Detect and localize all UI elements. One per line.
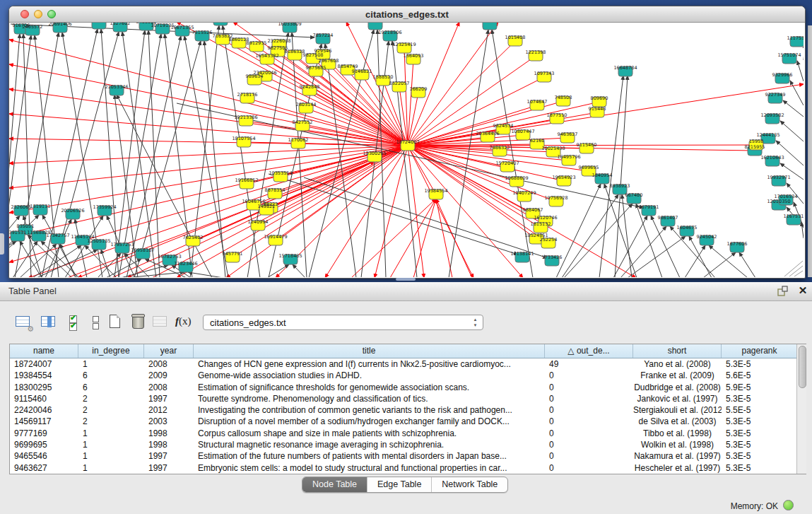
graph-node-label: 1877510	[547, 112, 567, 118]
table-vertical-scrollbar[interactable]	[796, 344, 806, 474]
table-cell: 1	[78, 428, 144, 439]
network-view-window[interactable]: citations_edges.txt 91670624055722069140…	[8, 6, 806, 279]
table-cell: 1	[78, 439, 144, 450]
graph-node-label: 9884067	[523, 207, 543, 213]
node-table[interactable]: namein_degreeyeartitle△ out_de...shortpa…	[9, 344, 806, 474]
column-header-out_de[interactable]: △ out_de...	[545, 344, 633, 358]
table-row[interactable]: 946554611997Estimation of the future num…	[10, 450, 806, 462]
scrollbar-thumb[interactable]	[799, 346, 806, 388]
close-panel-icon[interactable]: ✕	[797, 284, 808, 297]
table-cell: 0	[545, 462, 633, 474]
column-header-year[interactable]: year	[144, 344, 194, 358]
table-cell: Nakamura et al. (1997)	[633, 450, 722, 462]
graph-node-label: 252254	[540, 237, 558, 243]
panel-splitter-handle[interactable]	[396, 278, 416, 281]
table-cell: 5.3E-5	[722, 462, 798, 474]
table-panel-title: Table Panel	[8, 286, 57, 296]
collapsed-panel-handle[interactable]	[0, 233, 4, 255]
function-builder-icon[interactable]: f(x)	[175, 315, 194, 333]
graph-node-label: 1588520	[373, 74, 394, 80]
tab-node-table[interactable]: Node Table	[302, 477, 367, 492]
graph-node-label: 748508	[555, 95, 572, 100]
graph-node-label: 391531	[9, 230, 26, 235]
graph-node-label: 9329966	[772, 72, 793, 78]
table-row[interactable]: 2242004622012Investigating the contribut…	[10, 404, 806, 416]
graph-node-label: 1604675	[677, 225, 698, 230]
table-row[interactable]: 969969511998Structural magnetic resonanc…	[10, 439, 806, 450]
table-cell: Franke et al. (2009)	[633, 370, 722, 381]
graph-node-label: 16120746	[534, 215, 557, 221]
graph-node-label: 8215955	[745, 144, 765, 150]
network-canvas[interactable]: 9167062405572206914061065528715276028466…	[9, 23, 804, 277]
table-body: 1872400712008Changes of HCN gene express…	[10, 358, 806, 474]
graph-node-label: 2718176	[237, 92, 258, 98]
table-cell: 5.3E-5	[722, 416, 798, 427]
tab-edge-table[interactable]: Edge Table	[367, 477, 432, 492]
graph-node-937274[interactable]	[213, 23, 228, 25]
float-panel-icon[interactable]	[777, 286, 789, 297]
table-select-value: citations_edges.txt	[210, 317, 286, 328]
network-window-title: citations_edges.txt	[9, 9, 805, 20]
table-cell: 2003	[144, 416, 194, 427]
graph-node-label: 12505135	[87, 238, 110, 244]
graph-node-label: 9861407	[658, 215, 678, 221]
background-window-edge	[808, 25, 812, 277]
graph-node-label: 12213386	[234, 115, 257, 120]
delete-rows-icon[interactable]	[129, 313, 147, 332]
network-desktop: citations_edges.txt 91670624055722069140…	[0, 0, 812, 282]
table-cell: Tibbo et al. (1998)	[633, 428, 722, 439]
table-row[interactable]: 1456911722003Disruption of a novel membe…	[10, 416, 806, 427]
show-column-icon[interactable]	[40, 313, 58, 332]
table-cell: 2	[78, 393, 144, 404]
graph-node-label: 9245042	[697, 234, 717, 240]
table-cell: Stergiakouli et al. (2012)	[633, 404, 722, 416]
network-window-titlebar[interactable]: citations_edges.txt	[9, 6, 805, 23]
graph-node-label: 15718485	[278, 253, 302, 259]
tab-network-table[interactable]: Network Table	[432, 477, 507, 492]
graph-node-label: 15720407	[495, 160, 519, 166]
table-settings-icon[interactable]: ⚙	[14, 313, 33, 332]
column-header-in_degree[interactable]: in_degree	[78, 344, 144, 358]
column-header-name[interactable]: name	[10, 344, 78, 358]
column-header-pagerank[interactable]: pagerank	[722, 344, 798, 358]
table-row[interactable]: 1872400712008Changes of HCN gene express…	[10, 358, 806, 370]
table-row[interactable]: 946362711997Embryonic stem cells: a mode…	[10, 462, 806, 474]
graph-node-label: 1117530	[787, 35, 804, 41]
table-select-dropdown[interactable]: citations_edges.txt ▲▼	[203, 315, 483, 330]
graph-node-label: 16914479	[264, 234, 287, 240]
table-row[interactable]: 911546021997Tourette syndrome. Phenomeno…	[10, 393, 806, 404]
select-columns-icon[interactable]: ✔ ✔	[65, 313, 83, 332]
table-cell: 2008	[144, 358, 194, 370]
dropdown-stepper-icon[interactable]: ▲▼	[471, 317, 479, 328]
table-cell: 1	[78, 450, 144, 462]
graph-node-label: 8813054	[365, 23, 386, 24]
graph-node-10655287[interactable]	[92, 23, 106, 29]
graph-node-label: 10353554	[269, 170, 292, 176]
table-row[interactable]: 1938455462009Genome-wide association stu…	[10, 370, 806, 381]
graph-node-label: 8938923	[610, 183, 630, 189]
table-cell: 0	[545, 416, 633, 427]
graph-node-label: 62160	[530, 138, 545, 144]
hide-columns-icon[interactable]	[86, 313, 105, 332]
citation-network-graph[interactable]: 9167062405572206914061065528715276028466…	[9, 23, 804, 277]
graph-node-label: 1519131	[30, 204, 51, 209]
graph-node-label: 809690	[591, 95, 608, 101]
memory-status-indicator[interactable]	[783, 500, 794, 510]
table-cell: 14569117	[10, 416, 78, 427]
table-cell: 5.3E-5	[722, 450, 798, 462]
table-cell: 0	[545, 370, 633, 381]
table-cell: Yano et al. (2008)	[633, 358, 722, 370]
graph-node-label: 1097343	[534, 71, 555, 76]
table-row[interactable]: 1830029562008Estimation of significance …	[10, 382, 806, 393]
graph-node-label: 16671355	[170, 25, 194, 30]
table-row[interactable]: 977716911998Corpus callosum shape and si…	[10, 428, 806, 439]
graph-node-label: 19654923	[552, 175, 575, 180]
graph-node-label: 19756928	[544, 195, 567, 201]
table-cell: Jankovic et al. (1997)	[633, 393, 722, 404]
graph-node-label: 17359924	[93, 204, 116, 210]
column-header-title[interactable]: title	[194, 344, 545, 358]
table-cell: Investigating the contribution of common…	[194, 404, 545, 416]
table-cell: 9777169	[10, 428, 78, 439]
column-header-short[interactable]: short	[633, 344, 722, 358]
new-document-icon[interactable]	[106, 313, 124, 332]
